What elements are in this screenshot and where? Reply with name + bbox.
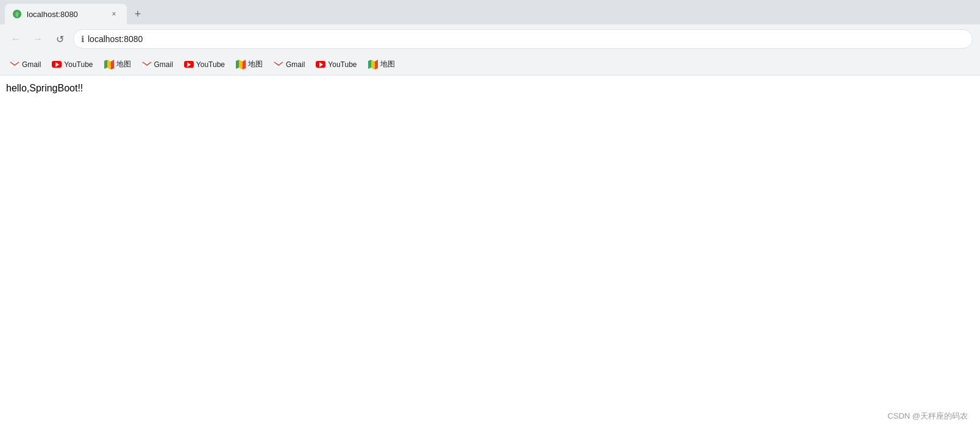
bookmark-gmail-2-label: Gmail bbox=[154, 60, 173, 69]
youtube-icon-1 bbox=[52, 61, 62, 68]
svg-marker-14 bbox=[375, 60, 378, 69]
tab-title: localhost:8080 bbox=[27, 10, 104, 19]
bookmark-youtube-1[interactable]: YouTube bbox=[47, 57, 98, 73]
bookmark-youtube-3-label: YouTube bbox=[328, 60, 357, 69]
svg-marker-8 bbox=[236, 60, 239, 69]
bookmark-gmail-1[interactable]: Gmail bbox=[5, 57, 46, 73]
bookmark-maps-2-label: 地图 bbox=[248, 59, 263, 69]
svg-marker-13 bbox=[371, 60, 375, 69]
maps-icon-2 bbox=[236, 60, 246, 69]
forward-button[interactable]: → bbox=[29, 30, 46, 48]
youtube-icon-3 bbox=[316, 61, 325, 68]
bookmark-maps-1[interactable]: 地图 bbox=[99, 57, 136, 73]
tab-favicon bbox=[12, 9, 22, 19]
new-tab-button[interactable]: + bbox=[129, 5, 146, 23]
gmail-icon bbox=[10, 60, 20, 69]
forward-icon: → bbox=[33, 34, 43, 44]
secure-icon: ℹ bbox=[81, 34, 84, 44]
bookmark-maps-3-label: 地图 bbox=[380, 59, 395, 69]
bookmark-youtube-3[interactable]: YouTube bbox=[311, 57, 361, 73]
bookmark-maps-2[interactable]: 地图 bbox=[231, 57, 268, 73]
bookmark-maps-1-label: 地图 bbox=[116, 59, 131, 69]
bookmark-youtube-1-label: YouTube bbox=[64, 60, 93, 69]
bookmark-youtube-2[interactable]: YouTube bbox=[179, 57, 230, 73]
svg-marker-5 bbox=[107, 60, 111, 69]
bookmark-gmail-3-label: Gmail bbox=[286, 60, 305, 69]
back-button[interactable]: ← bbox=[7, 30, 24, 48]
back-icon: ← bbox=[11, 34, 21, 44]
bookmark-gmail-2[interactable]: Gmail bbox=[137, 57, 178, 73]
bookmark-maps-3[interactable]: 地图 bbox=[363, 57, 400, 73]
maps-icon-3 bbox=[368, 60, 378, 69]
watermark: CSDN @天秤座的码农 bbox=[887, 411, 968, 422]
page-content: hello,SpringBoot!! bbox=[0, 76, 980, 429]
address-bar[interactable]: ℹ localhost:8080 bbox=[73, 29, 973, 49]
address-text: localhost:8080 bbox=[88, 34, 143, 44]
svg-marker-4 bbox=[104, 60, 107, 69]
gmail-icon-2 bbox=[142, 60, 152, 69]
browser-window: localhost:8080 × + ← → ↺ ℹ localhost:808… bbox=[0, 0, 980, 429]
youtube-icon-2 bbox=[184, 61, 194, 68]
active-tab[interactable]: localhost:8080 × bbox=[5, 4, 127, 24]
bookmark-youtube-2-label: YouTube bbox=[196, 60, 225, 69]
watermark-text: CSDN @天秤座的码农 bbox=[887, 411, 968, 420]
svg-marker-6 bbox=[111, 60, 114, 69]
bookmark-gmail-3[interactable]: Gmail bbox=[269, 57, 310, 73]
refresh-icon: ↺ bbox=[56, 34, 64, 45]
address-bar-row: ← → ↺ ℹ localhost:8080 bbox=[0, 24, 980, 54]
bookmarks-bar: Gmail YouTube 地图 Gmail bbox=[0, 54, 980, 76]
svg-marker-12 bbox=[368, 60, 371, 69]
maps-icon-1 bbox=[104, 60, 114, 69]
refresh-button[interactable]: ↺ bbox=[51, 30, 68, 48]
gmail-icon-3 bbox=[274, 60, 283, 69]
bookmark-gmail-1-label: Gmail bbox=[22, 60, 41, 69]
page-main-text: hello,SpringBoot!! bbox=[6, 83, 83, 93]
tab-bar: localhost:8080 × + bbox=[0, 0, 980, 24]
svg-marker-9 bbox=[239, 60, 243, 69]
tab-close-button[interactable]: × bbox=[108, 9, 119, 20]
svg-marker-10 bbox=[243, 60, 246, 69]
